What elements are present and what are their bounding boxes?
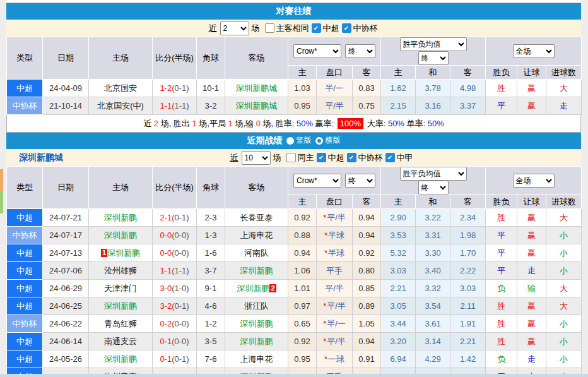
fulltime-score: 0-0 — [160, 248, 172, 258]
score-cell: 0-0(0-0) — [153, 227, 197, 244]
h2h-table: 类型日期主场比分(半场)角球客场Crow*终胜平负均值终全场主盘口客主和客胜负让… — [6, 37, 582, 115]
fulltime-select[interactable]: 全场 — [513, 44, 555, 58]
bookmaker-final-select[interactable]: 终 — [345, 44, 375, 58]
handicap-cell: 平手 — [317, 262, 353, 280]
h2h-filter-checkbox-主客相同[interactable]: 主客相同 — [265, 23, 309, 34]
halftime-score: (1-0) — [172, 284, 189, 293]
recent-filter-checkbox-同主[interactable]: 同主 — [286, 152, 314, 164]
corners-cell: 4-6 — [197, 297, 225, 315]
h2h-recent-games-link[interactable]: 近 — [209, 23, 217, 34]
result-handicap-cell: 赢 — [517, 97, 546, 115]
bookmaker-select[interactable]: Crow* — [293, 44, 341, 58]
column-header: 角球 — [197, 167, 225, 209]
fulltime-score: 1-1 — [160, 101, 172, 111]
home-team-cell: 深圳新鹏 — [89, 350, 153, 368]
checkbox-label: 中超 — [328, 152, 344, 164]
result-outcome-cell: 胜 — [486, 209, 517, 227]
home-team-cell: 沧州雄狮 — [89, 262, 153, 280]
result-goals-cell: 大 — [546, 280, 582, 297]
column-header: 日期 — [43, 167, 89, 209]
avg-draw-cell: 3.14 — [416, 333, 450, 350]
column-header: 客场 — [225, 167, 288, 209]
away-team-cell: 长春亚泰 — [225, 209, 288, 227]
column-subheader: 胜负 — [486, 195, 517, 209]
avg-final-select[interactable]: 终 — [418, 181, 449, 194]
away-team-cell: 深圳新鹏 — [225, 262, 288, 280]
live-star: * — [324, 248, 327, 258]
summary-text: 50% — [428, 119, 444, 128]
score-cell: 3-2(0-1) — [153, 297, 197, 315]
h2h-games-count-select[interactable]: 2 — [220, 21, 249, 35]
fulltime-score: 2-1 — [160, 213, 172, 222]
home-team-cell: 深圳新鹏 — [89, 297, 153, 315]
checkbox-icon: ✔ — [385, 153, 395, 162]
team-name: 南通支云 — [104, 337, 137, 346]
result-outcome-cell: 平 — [486, 227, 517, 244]
result-handicap-cell: 赢 — [517, 333, 546, 350]
odds-away-cell: 0.85 — [353, 280, 381, 297]
avg-draw-cell: 3.54 — [416, 297, 450, 315]
away-team-cell: 深圳新鹏城 — [225, 80, 288, 97]
handicap-cell: *平/半 — [317, 209, 353, 227]
league-cell: 中超 — [7, 280, 43, 297]
summary-text: 大率: — [365, 118, 388, 129]
recent-recent-games-link[interactable]: 近 — [230, 152, 238, 164]
result-goals-cell: 大 — [546, 80, 582, 97]
recent-filter-checkbox-中协杯[interactable]: ✔中协杯 — [347, 152, 383, 164]
team-name: 青岛红狮 — [104, 319, 137, 328]
column-header: 比分(半场) — [153, 167, 197, 209]
home-team-cell: 青岛红狮 — [89, 315, 153, 333]
avg-draw-cell: 3.22 — [416, 209, 450, 227]
summary-text: 100% — [338, 118, 363, 129]
recent-filter-checkbox-中甲[interactable]: ✔中甲 — [385, 152, 413, 164]
match-row: 中超24-07-131深圳新鹏0-0(0-0)1-6河南队0.94*半球0.92… — [7, 244, 582, 262]
bookmaker-final-select[interactable]: 终 — [345, 174, 375, 188]
handicap-value: 平/半 — [327, 213, 346, 222]
avg-home-cell: 3.20 — [381, 333, 416, 350]
avg-select[interactable]: 胜平负均值 — [400, 167, 467, 181]
halftime-score: (0-1) — [172, 354, 189, 364]
handicap-value: 平/半 — [327, 301, 346, 311]
recent-filter-checkbox-中超[interactable]: ✔中超 — [317, 152, 344, 164]
h2h-filter-checkbox-中超[interactable]: ✔中超 — [312, 23, 339, 34]
recent-table: 类型日期主场比分(半场)角球客场Crow*终胜平负均值终全场主盘口客主和客胜负让… — [6, 166, 582, 377]
odds-away-cell: 0.83 — [353, 80, 381, 97]
summary-text: 0 — [256, 119, 261, 128]
avg-select[interactable]: 胜平负均值 — [400, 37, 467, 51]
page-edge-decoration — [0, 191, 3, 213]
recent-title-bar: 近期战绩 竖版横版 — [6, 133, 581, 149]
score-cell: 1-1(1-1) — [153, 262, 197, 280]
avg-away-cell: 4.98 — [450, 80, 486, 97]
corners-cell: 3-5 — [197, 333, 225, 350]
radio-icon — [315, 137, 323, 145]
odds-away-cell: 0.94 — [353, 227, 381, 244]
handicap-value: 半/一 — [325, 83, 344, 93]
column-subheader: 主 — [288, 195, 317, 209]
avg-final-select[interactable]: 终 — [418, 51, 449, 65]
view-option-竖版[interactable]: 竖版 — [286, 135, 312, 146]
live-star: * — [324, 230, 327, 240]
handicap-value: 平手 — [326, 266, 343, 275]
date-cell: 24-04-09 — [43, 80, 89, 97]
h2h-filter-checkbox-中协杯[interactable]: ✔中协杯 — [342, 23, 378, 34]
result-outcome-cell: 负 — [486, 350, 517, 368]
column-header: 客场 — [225, 37, 288, 80]
column-header: 角球 — [197, 37, 225, 80]
away-team-cell: 上海申花 — [225, 227, 288, 244]
score-cell: 0-2(0-0) — [153, 315, 197, 333]
recent-games-count-select[interactable]: 10 — [242, 151, 271, 165]
team-name: 深圳新鹏城 — [236, 101, 277, 111]
team-name: 沧州雄狮 — [104, 266, 137, 275]
bookmaker-select[interactable]: Crow* — [293, 174, 341, 188]
handicap-cell: *半球 — [317, 244, 353, 262]
result-goals-cell: 大 — [546, 297, 582, 315]
fulltime-score: 1-1 — [160, 266, 172, 275]
handicap-cell: *一球 — [317, 350, 353, 368]
avg-home-cell: 3.44 — [381, 315, 416, 333]
fulltime-select[interactable]: 全场 — [513, 174, 555, 188]
view-option-横版[interactable]: 横版 — [315, 135, 341, 146]
result-outcome-cell: 胜 — [486, 333, 517, 350]
match-row: 中协杯21-10-14北京国安(中)1-1(1-1)3-2深圳新鹏城0.95平/… — [7, 97, 582, 115]
column-header: 日期 — [43, 37, 89, 80]
score-cell: 2-1(0-1) — [153, 209, 197, 227]
